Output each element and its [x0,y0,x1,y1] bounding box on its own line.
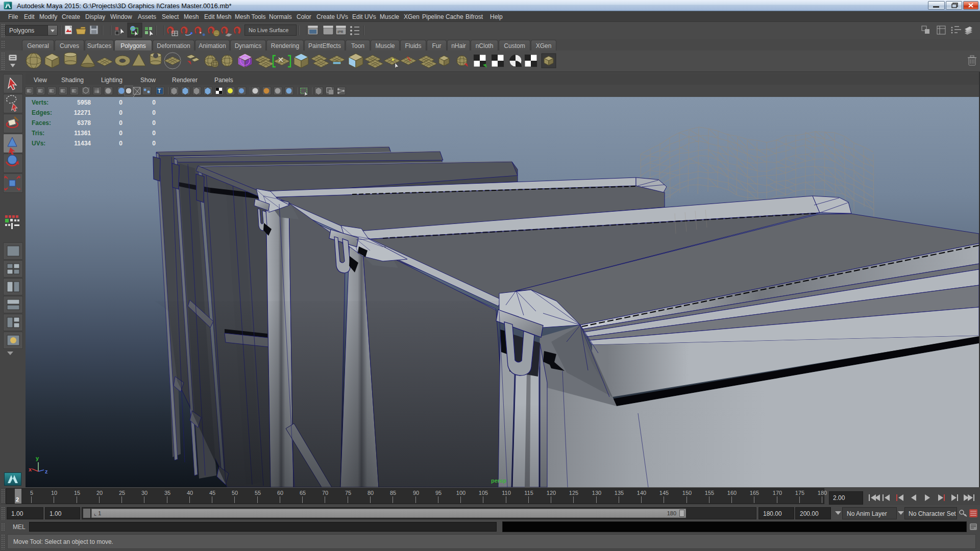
svg-text:IPR: IPR [337,30,344,34]
svg-text:x: x [29,466,32,472]
svg-text:persp: persp [491,478,506,484]
svg-text:T: T [158,88,161,94]
svg-text:z: z [45,468,48,474]
svg-text:y: y [36,455,39,461]
